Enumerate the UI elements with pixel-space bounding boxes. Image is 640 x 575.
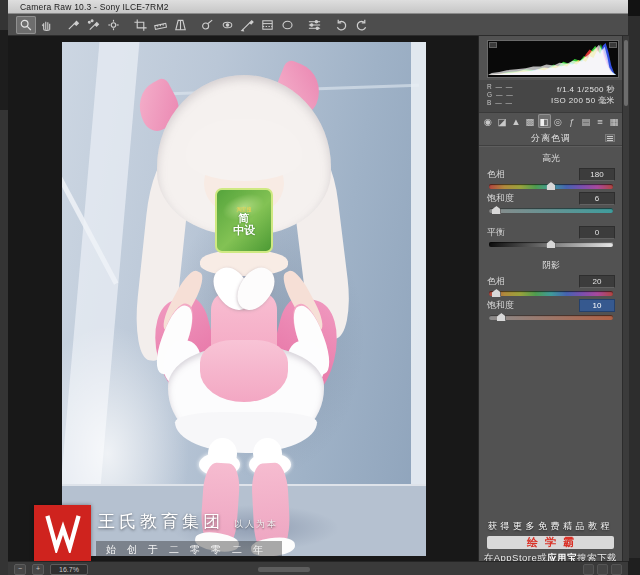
readout-b-value: — —	[495, 99, 513, 106]
filename-text	[258, 567, 310, 572]
cosplayer-shoulders	[200, 250, 287, 276]
brand-watermark: 王氏教育集团 以人为本	[98, 510, 278, 533]
brand-subtitle: 始创于二零零二年	[96, 541, 282, 559]
zoom-tool-icon[interactable]	[16, 16, 36, 34]
status-bar: − + 16.7%	[8, 561, 628, 575]
status-mini-button-3[interactable]	[611, 564, 622, 575]
readout-b-label: B	[487, 99, 492, 106]
red-eye-tool-icon[interactable]	[217, 16, 237, 34]
pink-overskirt	[200, 340, 287, 402]
glass-frame-right	[411, 42, 426, 556]
wangshi-logo	[34, 505, 91, 561]
tab-presets[interactable]: ≡	[594, 114, 607, 128]
hand-tool-icon[interactable]	[36, 16, 56, 34]
shadows-saturation-value[interactable]: 10	[579, 299, 615, 312]
graduated-filter-tool-icon[interactable]	[257, 16, 277, 34]
badge-text-line1: 简	[238, 212, 249, 224]
window-title: Camera Raw 10.3 - Sony ILCE-7RM2	[8, 2, 169, 12]
rotate-left-icon[interactable]	[331, 16, 351, 34]
split-toning-controls: 高光 色相 180 饱和度 6 平衡 0	[479, 148, 623, 320]
panel-scrollbar[interactable]	[622, 36, 629, 561]
tab-camera-calibration[interactable]: ▤	[580, 114, 593, 128]
white-balance-tool-icon[interactable]	[63, 16, 83, 34]
exif-readout: R — — G — — B — — f/1.4 1/2500 秒 ISO 200…	[479, 80, 623, 113]
badge-text-line2: 中设	[233, 224, 255, 236]
readout-r-label: R	[487, 83, 493, 90]
balance-label: 平衡	[487, 226, 505, 239]
ad-tagline: 获得更多免费精品教程	[479, 520, 622, 533]
zoom-in-button[interactable]: +	[32, 564, 44, 575]
color-sampler-tool-icon[interactable]	[83, 16, 103, 34]
exif-aperture-shutter: f/1.4 1/2500 秒	[519, 84, 615, 95]
rotate-right-icon[interactable]	[351, 16, 371, 34]
window-left-edge	[0, 0, 8, 575]
targeted-adjustment-tool-icon[interactable]	[103, 16, 123, 34]
balance-handle[interactable]	[547, 240, 556, 248]
highlights-hue-value[interactable]: 180	[579, 168, 615, 181]
tab-split-toning[interactable]: ◧	[538, 114, 551, 128]
cosplayer-bangs	[186, 119, 302, 181]
tab-hsl-grayscale[interactable]: ▩	[524, 114, 537, 128]
preferences-icon[interactable]	[304, 16, 324, 34]
highlights-hue-handle[interactable]	[547, 182, 556, 190]
crop-tool-icon[interactable]	[130, 16, 150, 34]
tab-basic[interactable]: ◉	[482, 114, 495, 128]
readout-g-label: G	[487, 91, 493, 98]
balance-value[interactable]: 0	[579, 226, 615, 239]
adjustments-panel: R — — G — — B — — f/1.4 1/2500 秒 ISO 200…	[478, 36, 623, 561]
camera-raw-window: Camera Raw 10.3 - Sony ILCE-7RM2	[0, 0, 640, 575]
title-bar: Camera Raw 10.3 - Sony ILCE-7RM2	[8, 0, 628, 14]
toolbar	[8, 14, 628, 36]
balance-slider[interactable]	[489, 242, 613, 247]
highlights-saturation-value[interactable]: 6	[579, 192, 615, 205]
status-mini-button-2[interactable]	[597, 564, 608, 575]
readout-g-value: — —	[496, 91, 514, 98]
shadow-clipping-indicator[interactable]	[489, 42, 497, 48]
zoom-level-select[interactable]: 16.7%	[50, 564, 88, 575]
shadows-heading: 阴影	[479, 259, 623, 272]
transform-tool-icon[interactable]	[170, 16, 190, 34]
spot-removal-tool-icon[interactable]	[197, 16, 217, 34]
image-canvas[interactable]: 淘宝搜 简 中设	[8, 36, 478, 561]
highlights-saturation-label: 饱和度	[487, 192, 514, 205]
panel-scrollbar-thumb[interactable]	[624, 40, 628, 106]
tab-detail[interactable]: ▲	[510, 114, 523, 128]
panel-tabs: ◉ ◪ ▲ ▩ ◧ ◎ ƒ ▤ ≡ ▦	[479, 114, 623, 130]
adjustment-brush-tool-icon[interactable]	[237, 16, 257, 34]
highlights-hue-slider[interactable]	[489, 184, 613, 189]
highlights-saturation-handle[interactable]	[492, 206, 501, 214]
shadows-saturation-label: 饱和度	[487, 299, 514, 312]
highlights-saturation-slider[interactable]	[489, 208, 613, 213]
tab-tone-curve[interactable]: ◪	[496, 114, 509, 128]
readout-r-value: — —	[496, 83, 514, 90]
highlights-hue-label: 色相	[487, 168, 505, 181]
ad-brand-bar: 绘学霸	[487, 536, 614, 549]
shadows-hue-label: 色相	[487, 275, 505, 288]
panel-menu-icon[interactable]	[605, 134, 615, 142]
shadows-hue-slider[interactable]	[489, 291, 613, 296]
window-right-edge	[628, 0, 640, 575]
tab-lens-corrections[interactable]: ◎	[552, 114, 565, 128]
exif-iso-focal: ISO 200 50 毫米	[519, 95, 615, 106]
shadows-hue-handle[interactable]	[492, 289, 501, 297]
highlights-heading: 高光	[479, 152, 623, 165]
tab-snapshots[interactable]: ▦	[608, 114, 621, 128]
ad-brand-name: 绘学霸	[520, 535, 581, 550]
straighten-tool-icon[interactable]	[150, 16, 170, 34]
panel-header: 分离色调	[479, 131, 623, 146]
ad-overlay: 获得更多免费精品教程 绘学霸 在AppStore或应用宝搜索下载	[479, 520, 622, 565]
shadows-saturation-slider[interactable]	[489, 315, 613, 320]
green-watermark-badge: 淘宝搜 简 中设	[215, 188, 273, 252]
brand-name: 王氏教育集团	[98, 510, 224, 533]
shadows-hue-value[interactable]: 20	[579, 275, 615, 288]
status-mini-button-1[interactable]	[583, 564, 594, 575]
panel-title: 分离色调	[531, 132, 571, 145]
brand-slogan: 以人为本	[234, 518, 278, 531]
histogram[interactable]	[487, 40, 619, 78]
tab-effects[interactable]: ƒ	[566, 114, 579, 128]
zoom-out-button[interactable]: −	[14, 564, 26, 575]
highlight-clipping-indicator[interactable]	[609, 42, 617, 48]
shadows-saturation-handle[interactable]	[497, 313, 506, 321]
photo-preview: 淘宝搜 简 中设	[62, 42, 426, 556]
radial-filter-tool-icon[interactable]	[277, 16, 297, 34]
